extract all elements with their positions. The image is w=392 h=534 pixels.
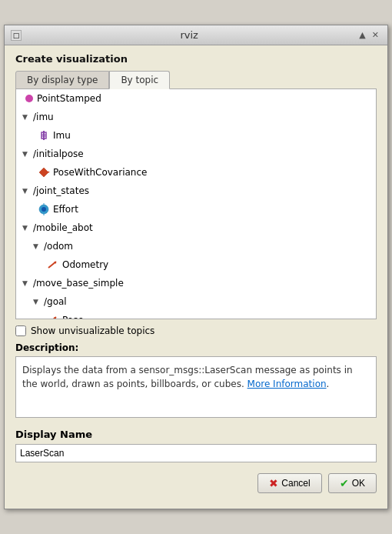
odom-arrow: ▼ bbox=[33, 239, 44, 254]
cancel-icon: ✖ bbox=[269, 477, 278, 489]
display-name-label: Display Name bbox=[15, 429, 377, 440]
titlebar-left: □ bbox=[11, 30, 22, 41]
odometry-icon bbox=[47, 259, 59, 271]
description-label: Description: bbox=[15, 342, 377, 353]
display-name-input[interactable] bbox=[15, 444, 377, 462]
tab-bar: By display type By topic bbox=[15, 71, 377, 89]
tree-item-pose[interactable]: Pose bbox=[16, 311, 376, 319]
minimize-button[interactable]: ▲ bbox=[357, 30, 367, 40]
tree-item-pointstamped[interactable]: PointStamped bbox=[16, 89, 376, 108]
tab-by-topic[interactable]: By topic bbox=[109, 71, 170, 89]
show-unvisualizable-checkbox[interactable] bbox=[15, 325, 26, 336]
tree-item-move-base-group[interactable]: ▼ /move_base_simple bbox=[16, 274, 376, 292]
cancel-button[interactable]: ✖ Cancel bbox=[257, 473, 321, 493]
joint-states-arrow: ▼ bbox=[22, 183, 33, 199]
initialpose-arrow: ▼ bbox=[22, 146, 33, 162]
ok-icon: ✔ bbox=[340, 477, 349, 489]
dialog-content: Create visualization By display type By … bbox=[5, 45, 387, 509]
tree-item-initialpose-group[interactable]: ▼ /initialpose bbox=[16, 145, 376, 163]
tree-item-imu-group[interactable]: ▼ /imu bbox=[16, 108, 376, 126]
main-window: □ rviz ▲ ✕ Create visualization By displ… bbox=[4, 25, 388, 509]
tree-item-odom-group[interactable]: ▼ /odom bbox=[16, 237, 376, 255]
display-name-section: Display Name bbox=[15, 429, 377, 462]
close-button[interactable]: ✕ bbox=[370, 30, 381, 40]
tab-by-display-type[interactable]: By display type bbox=[15, 71, 109, 89]
tree-item-imu[interactable]: Imu bbox=[16, 126, 376, 145]
posewithcovariance-icon bbox=[38, 166, 50, 179]
titlebar: □ rviz ▲ ✕ bbox=[5, 25, 387, 45]
tree-item-goal-group[interactable]: ▼ /goal bbox=[16, 292, 376, 311]
window-icon: □ bbox=[11, 30, 22, 41]
titlebar-buttons: ▲ ✕ bbox=[357, 30, 381, 40]
pose-icon bbox=[47, 314, 59, 319]
effort-icon bbox=[38, 203, 50, 215]
imu-arrow: ▼ bbox=[22, 109, 33, 125]
goal-arrow: ▼ bbox=[33, 294, 44, 309]
move-base-arrow: ▼ bbox=[22, 275, 33, 291]
pointstamped-icon bbox=[25, 95, 33, 102]
window-title: rviz bbox=[22, 29, 357, 41]
tree-item-mobile-abot-group[interactable]: ▼ /mobile_abot bbox=[16, 219, 376, 237]
mobile-abot-arrow: ▼ bbox=[22, 220, 33, 235]
description-box: Displays the data from a sensor_msgs::La… bbox=[15, 356, 377, 418]
tree-item-joint-states-group[interactable]: ▼ /joint_states bbox=[16, 182, 376, 200]
topic-tree[interactable]: PointStamped ▼ /imu Imu bbox=[15, 88, 377, 319]
unvisualizable-checkbox-row: Show unvisualizable topics bbox=[15, 325, 377, 336]
ok-button[interactable]: ✔ OK bbox=[328, 473, 377, 493]
tree-item-effort[interactable]: Effort bbox=[16, 200, 376, 219]
button-row: ✖ Cancel ✔ OK bbox=[15, 473, 377, 501]
imu-icon bbox=[38, 129, 50, 142]
dialog-title: Create visualization bbox=[15, 53, 377, 65]
show-unvisualizable-label: Show unvisualizable topics bbox=[31, 325, 154, 336]
svg-point-8 bbox=[42, 207, 46, 212]
tree-item-odometry[interactable]: Odometry bbox=[16, 255, 376, 274]
more-information-link[interactable]: More Information bbox=[247, 379, 327, 389]
tree-item-posewithcovariance[interactable]: PoseWithCovariance bbox=[16, 163, 376, 182]
